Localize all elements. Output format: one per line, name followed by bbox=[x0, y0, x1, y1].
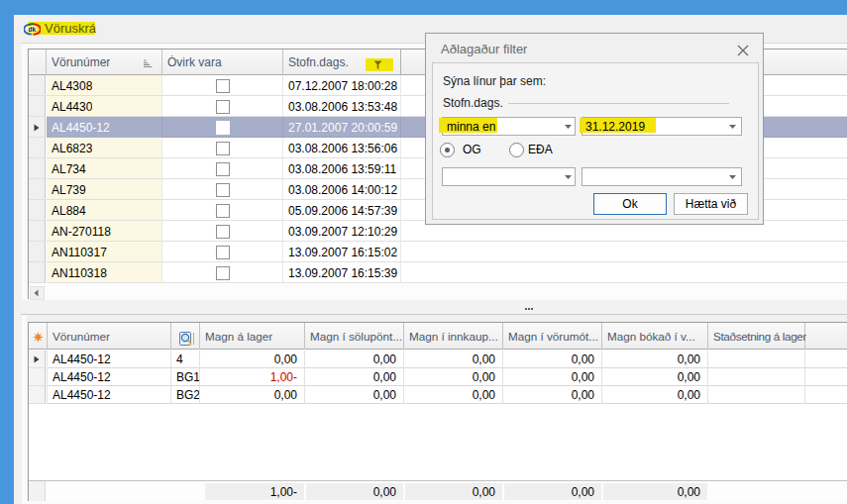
svg-text:dk: dk bbox=[29, 26, 37, 33]
